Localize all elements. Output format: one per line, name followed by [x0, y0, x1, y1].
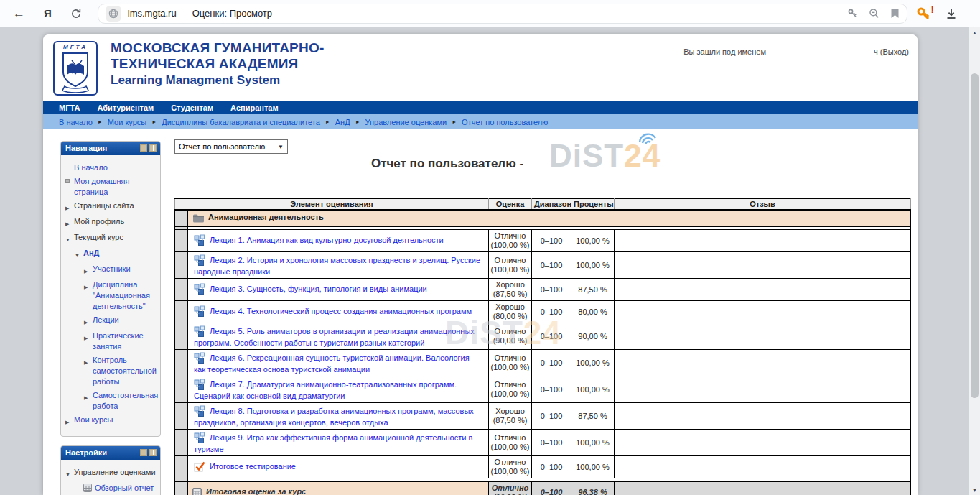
sidebar-item[interactable]: Моя домашняя страница [65, 176, 157, 198]
tree-expand-icon[interactable]: ▶ [84, 330, 93, 352]
tree-collapse-icon[interactable]: ▼ [65, 467, 74, 480]
yandex-browser-icon[interactable]: Я [44, 8, 52, 19]
password-alert-icon[interactable]: ! [916, 6, 930, 21]
sidebar-item[interactable]: ▶Лекции [65, 315, 157, 328]
collapse-block-icon[interactable] [140, 449, 147, 456]
sidebar-item[interactable]: ▶Практические занятия [65, 330, 157, 352]
sidebar-item[interactable]: ▼АнД [65, 248, 157, 261]
scrollbar-thumb[interactable] [971, 73, 979, 398]
zoom-find-icon[interactable] [869, 8, 879, 19]
grade-item-link[interactable]: Лекция 9. Игра как эффективная форма ани… [194, 433, 472, 453]
grade-item-link[interactable]: Лекция 1. Анимация как вид культурно-дос… [210, 236, 444, 244]
total-grade-cell: Отлично(96,38 %) [489, 481, 532, 495]
percent-cell: 87,50 % [571, 279, 615, 301]
tree-expand-icon[interactable]: ▶ [84, 264, 93, 277]
tree-collapse-icon[interactable]: ▼ [75, 248, 83, 261]
grade-cell: Отлично(100,00 %) [489, 230, 532, 252]
indent-strip-cell [175, 301, 188, 323]
grade-item-link[interactable]: Лекция 2. История и хронология массовых … [194, 256, 480, 276]
breadcrumb-item[interactable]: АнД [335, 118, 350, 126]
breadcrumb-item[interactable]: Отчет по пользователю [462, 118, 548, 126]
sidebar-item-label: Лекции [93, 315, 157, 328]
indent-strip-cell [175, 230, 188, 252]
report-select-value: Отчет по пользователю [179, 142, 265, 151]
tree-expand-icon[interactable]: ▶ [65, 216, 74, 229]
range-cell: 0–100 [532, 301, 571, 323]
sidebar-item[interactable]: ▶Участники [65, 264, 157, 277]
grade-cell: Отлично(100,00 %) [489, 456, 532, 478]
sidebar-item[interactable]: ▶Самостоятельная работа [65, 390, 157, 412]
grade-item-link[interactable]: Лекция 7. Драматургия анимационно-театра… [194, 380, 457, 400]
range-cell: 0–100 [532, 279, 571, 301]
sidebar-item[interactable]: ▼Управление оценками [65, 467, 157, 480]
reload-icon[interactable] [70, 8, 82, 19]
bookmark-icon[interactable] [890, 8, 900, 19]
logo-abbr-text: МГТА [63, 44, 88, 50]
sidebar-item[interactable]: ▶Мой профиль [65, 216, 157, 229]
grade-item-link[interactable]: Лекция 4. Технологический процесс создан… [210, 307, 472, 315]
grade-item-link[interactable]: Итоговое тестирование [210, 462, 296, 471]
grade-item-link[interactable]: Лекция 5. Роль аниматоров в организации … [194, 327, 475, 347]
grade-item-link[interactable]: Лекция 8. Подготовка и разработка анимац… [194, 407, 474, 427]
sidebar-item[interactable]: ▶Страницы сайта [65, 200, 157, 213]
breadcrumb-item[interactable]: Мои курсы [108, 118, 146, 126]
lesson-icon [194, 234, 205, 247]
site-globe-icon [106, 6, 121, 22]
url-text[interactable]: lms.mgta.ru [128, 8, 177, 19]
dock-block-icon[interactable] [149, 144, 157, 152]
tree-expand-icon[interactable]: ▶ [65, 415, 74, 427]
feedback-cell [615, 376, 911, 403]
scroll-up-icon[interactable]: ▲ [969, 30, 980, 35]
grade-item-cell: Лекция 8. Подготовка и разработка анимац… [188, 403, 489, 430]
address-bar[interactable]: lms.mgta.ru Оценки: Просмотр [98, 4, 907, 24]
sidebar-item[interactable]: ▶Контроль самостоятельной работы [65, 355, 157, 387]
sidebar-item-label: АнД [83, 248, 157, 261]
site-wrapper: МГТА МОСКОВСКАЯ ГУМАНИТАРНО- ТЕХНИЧЕСКАЯ… [43, 34, 918, 495]
page-title: Отчет по пользователю - [174, 157, 720, 171]
back-icon[interactable]: ← [13, 7, 25, 19]
password-key-icon[interactable] [847, 8, 858, 19]
breadcrumb-item[interactable]: В начало [59, 118, 93, 126]
scroll-down-icon[interactable]: ▼ [969, 488, 980, 493]
settings-block-header: Настройки [61, 446, 160, 460]
site-title: МОСКОВСКАЯ ГУМАНИТАРНО- ТЕХНИЧЕСКАЯ АКАД… [111, 40, 324, 88]
sidebar-item[interactable]: ▼Текущий курс [65, 232, 157, 245]
tree-spacer [75, 483, 83, 494]
navbar-item[interactable]: Студентам [171, 103, 213, 112]
tree-expand-icon[interactable]: ▶ [65, 200, 74, 213]
breadcrumb-item[interactable]: Дисциплины бакалавриата и специалитета [162, 118, 320, 126]
col-header-item: Элемент оценивания [175, 199, 489, 211]
collapse-block-icon[interactable] [140, 144, 147, 152]
breadcrumb-item[interactable]: Управление оценками [365, 118, 447, 126]
downloads-icon[interactable] [945, 7, 958, 20]
grade-item-link[interactable]: Лекция 3. Сущность, функция, типология и… [210, 284, 427, 293]
category-row: Анимационная деятельность [175, 210, 911, 227]
tree-expand-icon[interactable]: ▶ [84, 315, 93, 328]
sidebar-item[interactable]: ▶Мои курсы [65, 415, 157, 427]
sidebar-item[interactable]: ▶Дисциплина "Анимационная деятельность" [65, 279, 157, 312]
sidebar-item-label: Контроль самостоятельной работы [93, 355, 157, 387]
range-cell: 0–100 [532, 323, 571, 350]
table-row: Лекция 9. Игра как эффективная форма ани… [175, 430, 911, 456]
logout-link[interactable]: ч (Выход) [874, 47, 909, 56]
navbar-item[interactable]: МГТА [59, 103, 80, 112]
table-header-row: Элемент оценивания Оценка Диапазон Проце… [175, 199, 911, 211]
grade-item-link[interactable]: Лекция 6. Рекреационная сущность туристс… [194, 353, 470, 374]
sidebar-item[interactable]: Обзорный отчет [65, 483, 157, 494]
sidebar-item-label: Управление оценками [74, 467, 157, 480]
vertical-scrollbar[interactable]: ▲ ▼ [969, 27, 980, 495]
tree-collapse-icon[interactable]: ▼ [65, 232, 74, 245]
tree-expand-icon[interactable]: ▶ [84, 279, 93, 312]
navbar-item[interactable]: Аспирантам [230, 103, 278, 112]
dock-block-icon[interactable] [149, 449, 157, 456]
calculator-icon [192, 488, 202, 495]
col-header-grade: Оценка [489, 199, 532, 211]
total-feedback-cell [615, 481, 911, 495]
report-type-select[interactable]: Отчет по пользователю ▼ [174, 139, 288, 154]
grade-item-cell: Лекция 7. Драматургия анимационно-театра… [188, 376, 489, 403]
sidebar: Навигация В началоМоя домашняя страница▶… [60, 141, 161, 495]
tree-expand-icon[interactable]: ▶ [84, 390, 93, 412]
sidebar-item[interactable]: В начало [65, 162, 157, 173]
navbar-item[interactable]: Абитуриентам [97, 103, 154, 112]
tree-expand-icon[interactable]: ▶ [84, 355, 93, 387]
